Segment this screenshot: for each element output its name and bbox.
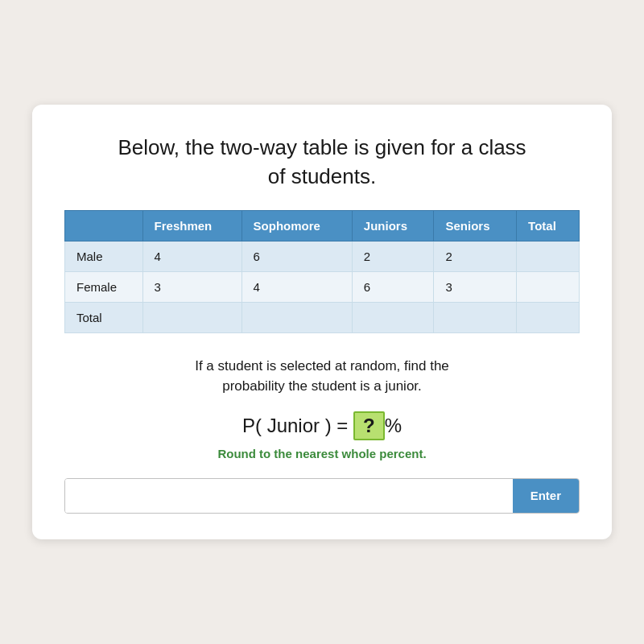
answer-input-row[interactable]: Enter (64, 478, 580, 514)
question-text: If a student is selected at random, find… (64, 356, 580, 397)
cell-male-juniors: 2 (352, 241, 434, 271)
formula-prefix: P( Junior ) = (242, 415, 353, 436)
cell-female-sophomore: 4 (242, 271, 352, 302)
title-line2: of students. (268, 164, 376, 188)
cell-total-seniors (434, 302, 517, 332)
cell-total-juniors (352, 302, 434, 332)
cell-male-sophomore: 6 (242, 241, 352, 271)
round-note: Round to the nearest whole percent. (64, 447, 580, 460)
page-title: Below, the two-way table is given for a … (64, 134, 580, 190)
table-row: Female 3 4 6 3 (65, 271, 580, 302)
row-label-female: Female (65, 271, 143, 302)
data-table: Freshmen Sophomore Juniors Seniors Total… (64, 210, 580, 333)
enter-button[interactable]: Enter (513, 479, 579, 513)
col-header-sophomore: Sophomore (242, 210, 352, 241)
cell-male-freshmen: 4 (142, 241, 242, 271)
col-header-seniors: Seniors (434, 210, 517, 241)
cell-total-total (517, 302, 580, 332)
row-label-total: Total (65, 302, 143, 332)
formula-display: P( Junior ) = ?% (64, 411, 580, 440)
cell-total-freshmen (142, 302, 242, 332)
question-line2: probability the student is a junior. (222, 378, 422, 394)
cell-female-freshmen: 3 (142, 271, 242, 302)
title-line1: Below, the two-way table is given for a … (118, 135, 526, 159)
answer-input[interactable] (65, 479, 513, 513)
cell-male-total (517, 241, 580, 271)
col-header-empty (65, 210, 143, 241)
cell-female-total (517, 271, 580, 302)
table-row: Total (65, 302, 580, 332)
cell-female-juniors: 6 (352, 271, 434, 302)
row-label-male: Male (65, 241, 143, 271)
col-header-juniors: Juniors (352, 210, 434, 241)
cell-female-seniors: 3 (434, 271, 517, 302)
table-row: Male 4 6 2 2 (65, 241, 580, 271)
col-header-freshmen: Freshmen (142, 210, 242, 241)
main-card: Below, the two-way table is given for a … (32, 105, 612, 539)
cell-total-sophomore (242, 302, 352, 332)
formula-suffix: % (385, 415, 402, 436)
question-line1: If a student is selected at random, find… (195, 358, 449, 374)
col-header-total: Total (517, 210, 580, 241)
cell-male-seniors: 2 (434, 241, 517, 271)
formula-bracket: ? (353, 411, 385, 440)
